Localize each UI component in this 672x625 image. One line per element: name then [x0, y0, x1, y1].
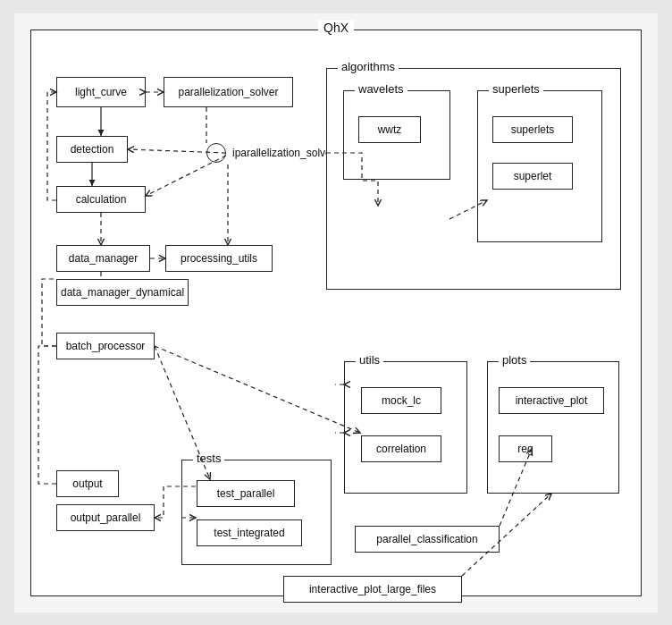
superlets-group: superlets superlets superlet — [477, 90, 602, 242]
light-curve-box: light_curve — [56, 77, 146, 107]
reg-box: reg — [499, 435, 552, 462]
output-box: output — [56, 470, 119, 497]
tests-group: tests test_parallel test_integrated — [181, 460, 332, 565]
output-parallel-box: output_parallel — [56, 504, 155, 531]
superlet-box: superlet — [492, 163, 573, 190]
processing-utils-box: processing_utils — [165, 245, 273, 272]
interactive-plot-large-files-box: interactive_plot_large_files — [283, 576, 462, 603]
iparallelization-label: iparallelization_solver — [232, 147, 335, 159]
parallelization-solver-box: parallelization_solver — [164, 77, 293, 107]
batch-processor-box: batch_processor — [56, 333, 155, 359]
calculation-box: calculation — [56, 186, 146, 213]
test-integrated-box: test_integrated — [197, 519, 302, 546]
interactive-plot-box: interactive_plot — [499, 387, 604, 414]
canvas: QhX light_curve parallelization_solver d… — [14, 13, 658, 612]
wavelets-group: wavelets wwtz — [343, 90, 450, 180]
superlets-box: superlets — [492, 116, 573, 143]
outer-label: QhX — [318, 21, 354, 35]
data-manager-box: data_manager — [56, 245, 150, 272]
utils-group: utils mock_lc correlation — [344, 361, 467, 494]
correlation-box: correlation — [361, 435, 441, 462]
plots-group: plots interactive_plot reg — [487, 361, 619, 494]
outer-box: QhX light_curve parallelization_solver d… — [30, 30, 642, 596]
algorithms-group: algorithms wavelets wwtz superlets super… — [326, 68, 621, 290]
interface-circle — [206, 143, 226, 163]
wwtz-box: wwtz — [358, 116, 421, 143]
mock-lc-box: mock_lc — [361, 387, 441, 414]
parallel-classification-box: parallel_classification — [355, 526, 500, 553]
svg-line-9 — [155, 346, 360, 433]
data-manager-dynamical-box: data_manager_dynamical — [56, 279, 189, 306]
test-parallel-box: test_parallel — [197, 480, 295, 507]
detection-box: detection — [56, 136, 128, 163]
